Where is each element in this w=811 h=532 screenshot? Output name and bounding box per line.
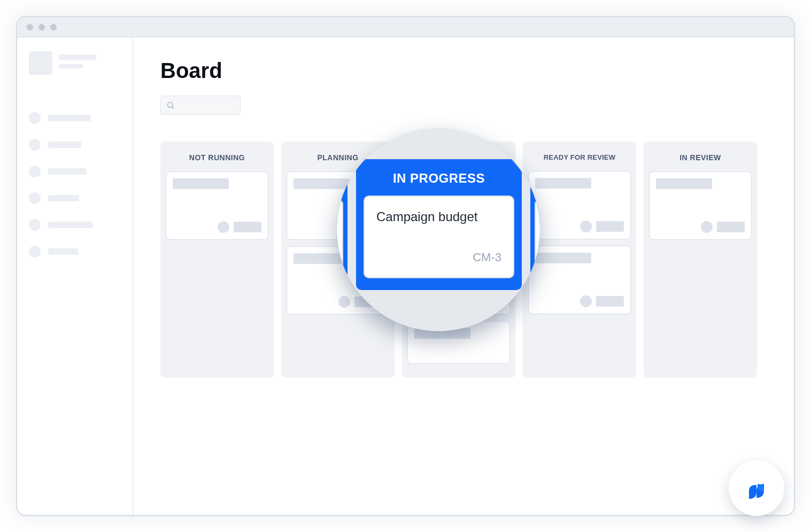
card[interactable]	[528, 171, 631, 239]
magnified-column-header: IN PROGRESS	[364, 159, 514, 195]
avatar-icon	[580, 295, 592, 307]
window-titlebar	[17, 17, 794, 37]
magnified-card[interactable]: Campaign budget CM-3	[364, 195, 514, 278]
sidebar-profile[interactable]	[29, 51, 121, 75]
card-title-placeholder	[535, 253, 591, 263]
sidebar-item[interactable]	[29, 192, 121, 204]
avatar-icon	[580, 221, 592, 232]
sidebar	[17, 37, 134, 515]
magnifier-lens: IN PROGRESS Campaign budget CM-3 R	[337, 128, 540, 331]
card-title-placeholder	[293, 178, 350, 189]
sidebar-item[interactable]	[29, 139, 121, 151]
brand-badge[interactable]	[729, 460, 784, 516]
name-placeholder	[59, 54, 96, 60]
card[interactable]	[166, 171, 268, 240]
card-id-placeholder	[234, 222, 261, 232]
card-id-placeholder	[717, 222, 745, 232]
card[interactable]	[649, 171, 752, 240]
column-not-running[interactable]: NOT RUNNING	[160, 142, 274, 378]
avatar	[29, 51, 52, 75]
sidebar-item[interactable]	[29, 219, 121, 231]
avatar-icon	[701, 221, 713, 233]
column-header: READY FOR REVIEW	[528, 142, 631, 171]
logo-icon	[744, 475, 769, 501]
card[interactable]	[528, 246, 631, 314]
minimize-icon[interactable]	[38, 24, 45, 30]
avatar-icon	[218, 221, 229, 233]
card-title-placeholder	[173, 178, 229, 189]
sidebar-item[interactable]	[29, 246, 121, 257]
card-id-placeholder	[596, 296, 624, 307]
magnified-card-id: CM-3	[376, 251, 501, 264]
sidebar-item[interactable]	[29, 166, 121, 177]
maximize-icon[interactable]	[50, 24, 57, 30]
card-title-placeholder	[656, 178, 712, 189]
avatar-icon	[338, 296, 350, 308]
card-id-placeholder	[596, 221, 624, 232]
column-header: NOT RUNNING	[166, 142, 268, 171]
search-icon	[166, 101, 175, 109]
column-header: IN REVIEW	[649, 142, 752, 171]
column-ready-for-review[interactable]: READY FOR REVIEW	[523, 142, 636, 378]
search-input[interactable]	[160, 96, 241, 115]
svg-point-0	[168, 103, 173, 107]
close-icon[interactable]	[27, 24, 33, 30]
sidebar-item[interactable]	[29, 112, 121, 124]
svg-line-1	[172, 107, 174, 108]
magnified-column-in-progress: IN PROGRESS Campaign budget CM-3	[356, 159, 522, 290]
card-title-placeholder	[535, 178, 591, 189]
subtitle-placeholder	[59, 64, 83, 68]
page-title: Board	[160, 59, 767, 83]
column-in-review[interactable]: IN REVIEW	[644, 142, 757, 378]
magnified-card-title: Campaign budget	[376, 209, 501, 224]
